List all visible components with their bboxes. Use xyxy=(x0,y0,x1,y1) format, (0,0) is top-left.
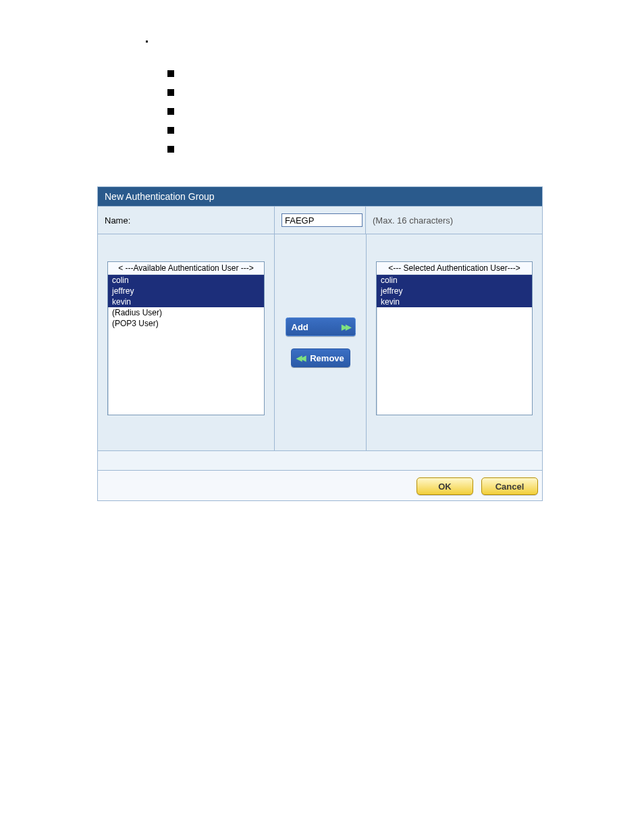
decorative-dot xyxy=(146,41,148,43)
name-input[interactable] xyxy=(281,213,363,227)
list-item[interactable]: colin xyxy=(377,275,532,286)
auth-group-panel: New Authentication Group Name: (Max. 16 … xyxy=(97,186,543,501)
add-button[interactable]: Add ▶▶ xyxy=(286,317,356,336)
bullet-square xyxy=(167,70,174,77)
selected-items: colinjeffreykevin xyxy=(377,275,532,307)
remove-button-label: Remove xyxy=(310,353,344,363)
bullet-square xyxy=(167,127,174,134)
bullet-square xyxy=(167,146,174,153)
cancel-button[interactable]: Cancel xyxy=(481,477,538,495)
spacer-row xyxy=(98,451,542,471)
available-users-list[interactable]: < ---Available Authentication User ---> … xyxy=(107,261,265,415)
transfer-row: < ---Available Authentication User ---> … xyxy=(98,234,542,451)
ok-button[interactable]: OK xyxy=(417,477,473,495)
remove-button[interactable]: ◀◀ Remove xyxy=(291,348,350,367)
list-item[interactable]: (POP3 User) xyxy=(108,318,264,329)
footer-row: OK Cancel xyxy=(98,471,542,500)
bullet-square xyxy=(167,89,174,96)
bullet-square xyxy=(167,108,174,115)
panel-title: New Authentication Group xyxy=(98,187,542,207)
name-label: Name: xyxy=(98,207,275,234)
list-item[interactable]: (Radius User) xyxy=(108,307,264,318)
selected-list-title: <--- Selected Authentication User---> xyxy=(377,262,532,275)
name-hint: (Max. 16 characters) xyxy=(366,207,542,234)
chevron-left-icon: ◀◀ xyxy=(296,355,304,362)
list-item[interactable]: kevin xyxy=(377,296,532,307)
add-button-label: Add xyxy=(292,322,308,332)
list-item[interactable]: jeffrey xyxy=(377,286,532,296)
chevron-right-icon: ▶▶ xyxy=(342,323,350,331)
list-item[interactable]: kevin xyxy=(108,296,264,307)
selected-users-list[interactable]: <--- Selected Authentication User---> co… xyxy=(376,261,533,415)
list-item[interactable]: colin xyxy=(108,275,264,286)
available-items: colinjeffreykevin(Radius User)(POP3 User… xyxy=(108,275,264,329)
bullet-list xyxy=(167,70,174,165)
name-row: Name: (Max. 16 characters) xyxy=(98,207,542,234)
list-item[interactable]: jeffrey xyxy=(108,286,264,296)
available-list-title: < ---Available Authentication User ---> xyxy=(108,262,264,275)
